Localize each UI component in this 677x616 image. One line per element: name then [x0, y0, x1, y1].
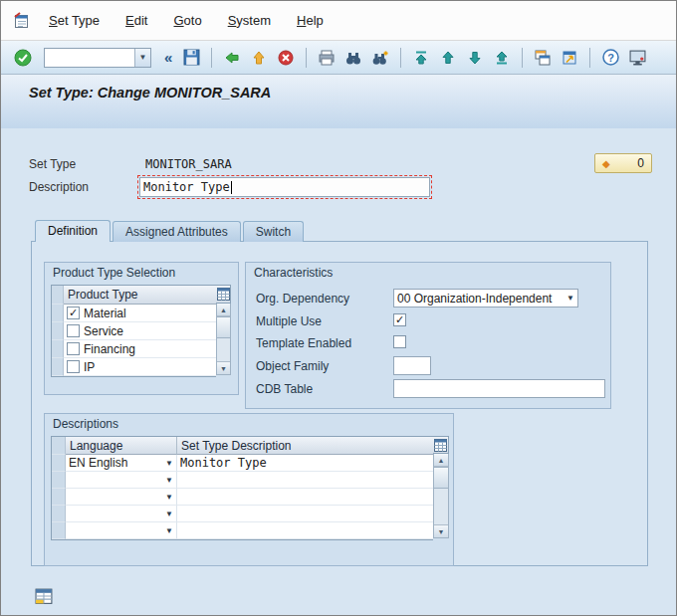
language-cell[interactable]: ▼ [66, 506, 177, 522]
command-dropdown-icon[interactable]: ▼ [134, 49, 150, 67]
menu-system[interactable]: System [228, 13, 271, 28]
menu-help[interactable]: Help [297, 13, 324, 28]
table-entries-button[interactable] [35, 588, 54, 608]
org-dependency-dropdown[interactable]: 00 Organization-Independent ▼ [393, 289, 578, 308]
group-title: Descriptions [45, 414, 453, 434]
page-up-button[interactable] [436, 46, 460, 70]
table-row[interactable]: Service [52, 322, 216, 340]
create-shortcut-button[interactable] [558, 46, 581, 70]
cdb-table-input[interactable] [393, 379, 605, 398]
table-row[interactable]: IP [52, 358, 216, 376]
page-down-icon [467, 50, 483, 66]
description-cell[interactable]: Monitor Type [177, 455, 433, 472]
customize-layout-button[interactable] [625, 46, 649, 70]
product-type-label: Financing [84, 342, 135, 356]
language-cell[interactable]: ▼ [66, 489, 177, 506]
table-row[interactable]: ✓ Material [52, 305, 216, 322]
table-row[interactable]: ▼ [52, 522, 433, 539]
menu-edit[interactable]: Edit [125, 13, 147, 28]
row-selector[interactable] [52, 522, 66, 539]
find-button[interactable] [341, 46, 365, 70]
command-field[interactable]: ▼ [44, 48, 151, 68]
scroll-up-icon[interactable]: ▲ [217, 304, 230, 316]
tab-strip: Definition Assigned Attributes Switch [35, 220, 304, 242]
row-selector[interactable] [52, 340, 64, 358]
chevron-down-icon: ▼ [566, 294, 574, 303]
last-page-button[interactable] [490, 46, 514, 70]
set-type-description-column-header[interactable]: Set Type Description [177, 437, 433, 455]
toolbar-separator [400, 48, 401, 68]
scroll-down-icon[interactable]: ▼ [217, 361, 230, 374]
back-button[interactable] [220, 46, 244, 70]
description-cell[interactable] [177, 472, 433, 489]
scroll-up-icon[interactable]: ▲ [434, 454, 448, 467]
chevron-down-icon[interactable]: ▼ [165, 510, 173, 518]
exit-button[interactable] [247, 46, 271, 70]
row-selector[interactable] [52, 472, 66, 489]
chevron-down-icon[interactable]: ▼ [165, 459, 173, 468]
description-input[interactable]: Monitor Type [139, 177, 430, 197]
cancel-button[interactable] [274, 46, 298, 70]
table-settings-button[interactable] [216, 285, 231, 304]
multiple-use-checkbox[interactable]: ✓ [393, 313, 406, 326]
row-selector[interactable] [52, 455, 66, 472]
print-button[interactable] [315, 46, 338, 70]
tab-switch[interactable]: Switch [243, 221, 304, 242]
row-selector[interactable] [52, 489, 66, 506]
descriptions-table: Language Set Type Description EN English… [51, 436, 449, 540]
tab-assigned-attributes[interactable]: Assigned Attributes [113, 221, 241, 242]
help-button[interactable]: ? [598, 46, 622, 70]
menu-goto[interactable]: Goto [173, 13, 201, 28]
table-row[interactable]: ▼ [52, 489, 433, 506]
row-selector[interactable] [52, 322, 64, 340]
system-menu-icon[interactable] [13, 12, 31, 30]
product-type-label: IP [84, 360, 95, 374]
scrollbar-thumb[interactable] [434, 467, 448, 489]
product-type-column-header[interactable]: Product Type [64, 286, 216, 305]
language-cell[interactable]: EN English ▼ [66, 455, 177, 472]
scrollbar-thumb[interactable] [217, 316, 230, 338]
enter-button[interactable] [11, 46, 35, 70]
product-type-label: Service [84, 324, 123, 338]
new-session-button[interactable] [531, 46, 555, 70]
table-row[interactable]: Financing [52, 340, 216, 358]
row-selector[interactable] [52, 305, 64, 322]
chevron-down-icon[interactable]: ▼ [165, 476, 173, 485]
template-enabled-checkbox[interactable] [393, 335, 406, 348]
chevron-down-icon[interactable]: ▼ [165, 493, 173, 502]
first-page-button[interactable] [409, 46, 433, 70]
financing-checkbox[interactable] [67, 342, 80, 355]
table-row[interactable]: ▼ [52, 506, 433, 522]
description-cell[interactable] [177, 522, 433, 539]
language-column-header[interactable]: Language [66, 437, 177, 455]
find-next-button[interactable] [368, 46, 392, 70]
screen-body: Set Type MONITOR_SARA Description Monito… [1, 128, 676, 615]
command-input[interactable] [45, 49, 134, 67]
description-cell[interactable] [177, 489, 433, 506]
save-button[interactable] [179, 46, 203, 70]
row-selector[interactable] [52, 506, 66, 522]
table-row[interactable]: EN English ▼ Monitor Type [52, 455, 433, 472]
description-cell[interactable] [177, 506, 433, 522]
counter-badge[interactable]: ◆ 0 [594, 153, 652, 173]
vertical-scrollbar[interactable]: ▲ ▼ [216, 304, 231, 375]
table-settings-button[interactable] [433, 436, 449, 454]
service-checkbox[interactable] [67, 324, 80, 337]
material-checkbox[interactable]: ✓ [67, 307, 80, 319]
exit-arrow-icon [251, 50, 267, 66]
row-selector[interactable] [52, 358, 64, 376]
object-family-input[interactable] [393, 356, 431, 375]
tab-definition[interactable]: Definition [35, 220, 111, 242]
page-down-button[interactable] [463, 46, 487, 70]
enter-check-icon [14, 49, 32, 67]
language-cell[interactable]: ▼ [66, 472, 177, 489]
collapse-icon[interactable]: « [164, 49, 172, 66]
ip-checkbox[interactable] [67, 360, 80, 373]
menu-set-type[interactable]: Set Type [49, 13, 100, 28]
table-row[interactable]: ▼ [52, 472, 433, 489]
vertical-scrollbar[interactable]: ▲ ▼ [433, 454, 449, 538]
org-dependency-label: Org. Dependency [256, 292, 349, 306]
chevron-down-icon[interactable]: ▼ [165, 526, 173, 535]
language-cell[interactable]: ▼ [66, 522, 177, 539]
scroll-down-icon[interactable]: ▼ [434, 524, 448, 537]
